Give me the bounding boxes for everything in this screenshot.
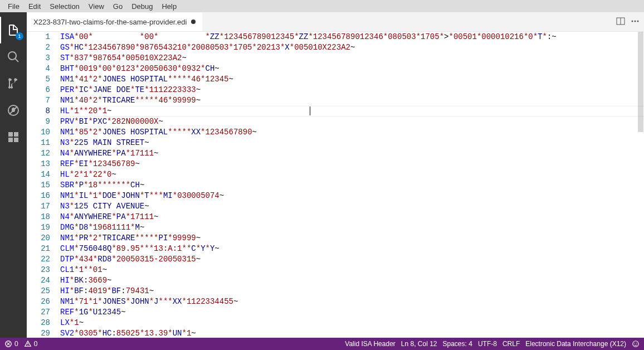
svg-point-10 [635, 343, 635, 343]
code-line: CLM*756048Q*89.95***13:A:1**C*Y*Y~ [60, 244, 644, 254]
code-line: NM1*85*2*JONES HOSPITAL*****XX*123456789… [60, 127, 644, 138]
text-cursor [310, 106, 310, 115]
code-line: REF*EI*123456789~ [60, 159, 644, 169]
status-bar: 0 0 Valid ISA Header Ln 8, Col 12 Spaces… [0, 338, 644, 350]
code-line: CL1*1**01~ [60, 265, 644, 275]
svg-point-9 [633, 341, 639, 347]
menu-view[interactable]: View [84, 1, 109, 12]
tab-actions [616, 12, 644, 31]
line-number: 4 [27, 64, 50, 74]
line-number: 20 [27, 233, 50, 244]
code-line: N3*225 MAIN STREET~ [60, 138, 644, 148]
line-number: 27 [27, 307, 50, 318]
line-number: 1 [27, 32, 50, 42]
no-bug-icon [7, 104, 20, 117]
status-warnings-count: 0 [34, 340, 38, 348]
line-number: 10 [27, 127, 50, 138]
tab-active[interactable]: X223-837I-two-claims-for-the-same-provid… [27, 12, 202, 31]
explorer-badge: 1 [16, 32, 23, 40]
status-warnings[interactable]: 0 [24, 340, 38, 348]
line-number: 8 [27, 106, 50, 116]
code-line: SBR*P*18*******CH~ [60, 180, 644, 191]
status-cursor-position[interactable]: Ln 8, Col 12 [401, 340, 437, 348]
line-number: 25 [27, 286, 50, 296]
line-number: 15 [27, 180, 50, 191]
line-number: 9 [27, 116, 50, 127]
code-line: DTP*434*RD8*20050315-20050315~ [60, 254, 644, 265]
menu-edit[interactable]: Edit [24, 1, 45, 12]
code-line: GS*HC*1234567890*9876543210*20080503*170… [60, 42, 644, 53]
activity-explorer[interactable]: 1 [0, 17, 27, 43]
scrollbar-track[interactable] [637, 32, 644, 338]
code-line: ISA*00* *00* *ZZ*123456789012345*ZZ*1234… [60, 32, 644, 42]
tab-bar: X223-837I-two-claims-for-the-same-provid… [27, 12, 644, 32]
code-content[interactable]: ISA*00* *00* *ZZ*123456789012345*ZZ*1234… [60, 32, 644, 338]
activity-search[interactable] [0, 43, 27, 70]
line-number: 17 [27, 201, 50, 212]
code-line: PRV*BI*PXC*282N00000X~ [60, 116, 644, 127]
more-actions-button[interactable] [631, 17, 640, 27]
code-line: NM1*IL*1*DOE*JOHN*T***MI*030005074~ [60, 191, 644, 201]
line-number: 14 [27, 169, 50, 180]
code-line: DMG*D8*19681111*M~ [60, 222, 644, 233]
warning-icon [24, 340, 32, 348]
code-line: N3*125 CITY AVENUE~ [60, 201, 644, 212]
split-editor-button[interactable] [616, 17, 625, 27]
code-line: PER*IC*JANE DOE*TE*1112223333~ [60, 85, 644, 95]
menu-file[interactable]: File [3, 1, 24, 12]
line-number: 24 [27, 275, 50, 286]
line-number-gutter: 1234567891011121314151617181920212223242… [27, 32, 60, 338]
status-encoding[interactable]: UTF-8 [478, 340, 497, 348]
code-line: HL*2*1*22*0~ [60, 169, 644, 180]
line-number: 28 [27, 318, 50, 328]
line-number: 13 [27, 159, 50, 169]
code-line: NM1*40*2*TRICARE*****46*99999~ [60, 95, 644, 106]
status-errors-count: 0 [14, 340, 18, 348]
line-number: 21 [27, 244, 50, 254]
tab-dirty-indicator [191, 20, 196, 24]
line-number: 5 [27, 74, 50, 85]
svg-point-8 [27, 345, 28, 346]
status-indent[interactable]: Spaces: 4 [443, 340, 472, 348]
menu-go[interactable]: Go [109, 1, 127, 12]
svg-point-3 [632, 20, 633, 22]
ellipsis-icon [631, 17, 640, 26]
split-editor-icon [616, 17, 625, 26]
tab-title: X223-837I-two-claims-for-the-same-provid… [33, 18, 187, 26]
status-language[interactable]: Electronic Data Interchange (X12) [525, 340, 626, 348]
activity-scm[interactable] [0, 70, 27, 97]
editor[interactable]: 1234567891011121314151617181920212223242… [27, 32, 644, 338]
menu-help[interactable]: Help [157, 1, 181, 12]
line-number: 29 [27, 328, 50, 338]
line-number: 22 [27, 254, 50, 265]
status-errors[interactable]: 0 [4, 340, 18, 348]
code-line: LX*1~ [60, 318, 644, 328]
scrollbar-thumb[interactable] [638, 32, 643, 132]
activity-extensions[interactable] [0, 124, 27, 150]
extensions-icon [7, 130, 20, 144]
editor-area: X223-837I-two-claims-for-the-same-provid… [27, 12, 644, 338]
activity-debug[interactable] [0, 97, 27, 124]
menu-debug[interactable]: Debug [127, 1, 157, 12]
git-branch-icon [7, 77, 20, 90]
svg-point-4 [635, 20, 636, 22]
line-number: 3 [27, 53, 50, 64]
error-icon [4, 340, 12, 348]
code-line: NM1*PR*2*TRICARE*****PI*99999~ [60, 233, 644, 244]
code-line: BHT*0019*00*0123*20050630*0932*CH~ [60, 64, 644, 74]
svg-point-11 [636, 343, 637, 343]
smiley-icon [632, 340, 640, 348]
status-validation[interactable]: Valid ISA Header [345, 340, 396, 348]
code-line: NM1*71*1*JONES*JOHN*J***XX*1122334455~ [60, 296, 644, 307]
code-line: N4*ANYWHERE*PA*17111~ [60, 148, 644, 159]
status-feedback[interactable] [632, 340, 640, 348]
menu-selection[interactable]: Selection [45, 1, 84, 12]
code-line: HI*BK:3669~ [60, 275, 644, 286]
status-eol[interactable]: CRLF [502, 340, 520, 348]
line-number: 7 [27, 95, 50, 106]
line-number: 16 [27, 191, 50, 201]
activity-bar: 1 [0, 12, 27, 338]
code-line: NM1*41*2*JONES HOSPITAL*****46*12345~ [60, 74, 644, 85]
code-line: HL*1**20*1~ [60, 106, 644, 116]
code-line: N4*ANYWHERE*PA*17111~ [60, 212, 644, 222]
